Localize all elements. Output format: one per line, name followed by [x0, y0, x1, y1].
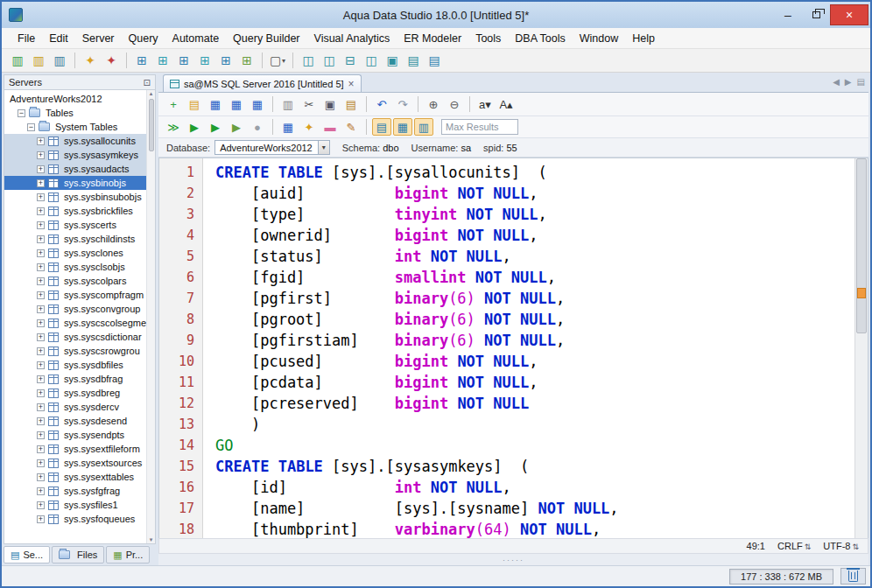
increase-font-button[interactable]: A▴ — [496, 95, 516, 113]
undo-button[interactable]: ↶ — [372, 95, 391, 113]
window-list-button[interactable]: ▤ — [425, 52, 444, 70]
tree-item-sys-syschildinsts[interactable]: +sys.syschildinsts — [4, 232, 146, 246]
tree-item-sys-syscolpars[interactable]: +sys.syscolpars — [4, 274, 146, 288]
automation-button[interactable]: ✦ — [102, 52, 121, 70]
tree-item-sys-sysfgfrag[interactable]: +sys.sysfgfrag — [4, 484, 146, 498]
garbage-collect-button[interactable] — [840, 568, 866, 584]
execute-button[interactable]: ▶ — [185, 118, 204, 136]
code-area[interactable]: CREATE TABLE [sys].[sysallocunits] ( [au… — [203, 158, 854, 538]
tree-item-sys-syscscolsegme[interactable]: +sys.syscscolsegme — [4, 316, 146, 330]
menu-item-server[interactable]: Server — [75, 32, 122, 45]
tree-item-sys-syscompfragm[interactable]: +sys.syscompfragm — [4, 288, 146, 302]
minimize-button[interactable]: – — [774, 4, 802, 25]
tree-item-sys-sysclones[interactable]: +sys.sysclones — [4, 246, 146, 260]
expand-icon[interactable]: + — [37, 445, 45, 453]
tree-item-sys-sysdbfrag[interactable]: +sys.sysdbfrag — [4, 372, 146, 386]
tree-item-sys-syscerts[interactable]: +sys.syscerts — [4, 218, 146, 232]
save-as-button[interactable]: ▦ — [227, 95, 246, 113]
results-splitter[interactable]: ····· — [158, 554, 868, 565]
tree-item-sys-sysconvgroup[interactable]: +sys.sysconvgroup — [4, 302, 146, 316]
tree-item-adventureworks2012[interactable]: AdventureWorks2012 — [4, 92, 146, 106]
menu-item-dba-tools[interactable]: DBA Tools — [508, 32, 572, 45]
select-columns-button[interactable]: ▥ — [278, 95, 298, 113]
clear-editor-button[interactable]: ▬ — [320, 118, 340, 136]
tree-item-sys-syscsrowgrou[interactable]: +sys.syscsrowgrou — [4, 344, 146, 358]
tree-item-sys-sysextfileform[interactable]: +sys.sysextfileform — [4, 442, 146, 456]
scroll-down-icon[interactable]: ▾ — [150, 536, 153, 543]
next-tab-button[interactable]: ▶ — [845, 77, 852, 87]
tree-item-sys-sysallocunits[interactable]: +sys.sysallocunits — [4, 134, 146, 148]
tree-item-sys-sysdercv[interactable]: +sys.sysdercv — [4, 400, 146, 414]
expand-icon[interactable]: + — [37, 221, 45, 229]
expand-icon[interactable]: + — [37, 151, 45, 159]
tree-item-sys-sysaudacts[interactable]: +sys.sysaudacts — [4, 162, 146, 176]
tab-close-icon[interactable]: × — [348, 79, 355, 89]
tree-item-sys-sysendpts[interactable]: +sys.sysendpts — [4, 428, 146, 442]
maximize-editor-button[interactable]: ▣ — [383, 52, 402, 70]
expand-icon[interactable]: + — [37, 361, 45, 369]
document-tab[interactable]: sa@MS SQL Server 2016 [Untitled 5] × — [163, 74, 362, 92]
expand-icon[interactable]: + — [37, 207, 45, 215]
tree-item-sys-sysbinobjs[interactable]: +sys.sysbinobjs — [4, 176, 146, 190]
open-file-button[interactable]: ▤ — [185, 95, 204, 113]
zoom-in-button[interactable]: ⊕ — [424, 95, 443, 113]
tab-list-button[interactable]: ▤ — [857, 77, 865, 87]
tree-scrollbar[interactable]: ▴ ▾ — [146, 90, 155, 543]
query-analyzer-button[interactable]: ⊞ — [132, 52, 151, 70]
cascade-windows-button[interactable]: ◫ — [320, 52, 339, 70]
cancel-query-button[interactable]: ● — [248, 118, 267, 136]
execute-all-button[interactable]: ≫ — [164, 118, 183, 136]
format-sql-button[interactable]: ✦ — [299, 118, 319, 136]
tile-windows-button[interactable]: ◫ — [299, 52, 318, 70]
er-modeler-button[interactable]: ⊞ — [216, 52, 236, 70]
expand-icon[interactable]: + — [37, 347, 45, 355]
tree-item-sys-sysasymkeys[interactable]: +sys.sysasymkeys — [4, 148, 146, 162]
edit-mode-button[interactable]: ✎ — [341, 118, 361, 136]
copy-button[interactable]: ▣ — [320, 95, 340, 113]
sql-editor[interactable]: 123456789101112131415161718 CREATE TABLE… — [158, 158, 868, 538]
expand-icon[interactable]: + — [37, 137, 45, 145]
menu-item-edit[interactable]: Edit — [42, 32, 75, 45]
tree-item-sys-sysdbfiles[interactable]: +sys.sysdbfiles — [4, 358, 146, 372]
tree-item-tables[interactable]: −Tables — [4, 106, 146, 120]
expand-icon[interactable]: + — [37, 165, 45, 173]
tree-item-sys-sysfoqueues[interactable]: +sys.sysfoqueues — [4, 512, 146, 526]
toggle-text-results-button[interactable]: ▤ — [372, 118, 391, 136]
register-server-button[interactable]: ▥ — [8, 52, 27, 70]
expand-icon[interactable]: + — [37, 375, 45, 383]
menu-item-query-builder[interactable]: Query Builder — [226, 32, 306, 45]
describe-button[interactable]: ▦ — [278, 118, 298, 136]
expand-icon[interactable]: + — [37, 179, 45, 187]
open-script-button[interactable]: ✦ — [81, 52, 100, 70]
expand-icon[interactable]: + — [37, 333, 45, 341]
toggle-pivot-results-button[interactable]: ▥ — [414, 118, 433, 136]
table-data-button[interactable]: ⊞ — [174, 52, 193, 70]
zoom-out-button[interactable]: ⊖ — [445, 95, 464, 113]
redo-button[interactable]: ↷ — [393, 95, 412, 113]
scrollbar-thumb[interactable] — [856, 158, 867, 333]
menu-item-automate[interactable]: Automate — [165, 32, 227, 45]
query-builder-button[interactable]: ⊞ — [195, 52, 214, 70]
projects-tab[interactable]: ▦Pr... — [106, 546, 150, 564]
expand-icon[interactable]: + — [37, 459, 45, 467]
tree-scrollbar-thumb[interactable] — [149, 99, 154, 151]
toggle-grid-results-button[interactable]: ▦ — [393, 118, 412, 136]
tree-item-sys-sysextsources[interactable]: +sys.sysextsources — [4, 456, 146, 470]
execute-fetch-button[interactable]: ▶ — [206, 118, 225, 136]
expand-icon[interactable]: + — [37, 319, 45, 327]
files-tab[interactable]: Files — [52, 546, 104, 564]
tree-item-sys-sysexttables[interactable]: +sys.sysexttables — [4, 470, 146, 484]
expand-icon[interactable]: + — [37, 501, 45, 509]
expand-icon[interactable]: + — [37, 487, 45, 495]
paste-button[interactable]: ▤ — [341, 95, 361, 113]
split-horizontal-button[interactable]: ⊟ — [341, 52, 360, 70]
menu-item-er-modeler[interactable]: ER Modeler — [397, 32, 468, 45]
restore-button[interactable] — [802, 4, 830, 25]
schema-browser-button[interactable]: ⊞ — [153, 52, 172, 70]
max-results-input[interactable] — [441, 119, 518, 135]
expand-icon[interactable]: + — [37, 249, 45, 257]
tree-item-sys-sysbinsubobjs[interactable]: +sys.sysbinsubobjs — [4, 190, 146, 204]
line-ending-selector[interactable]: CRLF⇅ — [777, 541, 811, 551]
tree-item-sys-sysdbreg[interactable]: +sys.sysdbreg — [4, 386, 146, 400]
tree-item-sys-syscsdictionar[interactable]: +sys.syscsdictionar — [4, 330, 146, 344]
